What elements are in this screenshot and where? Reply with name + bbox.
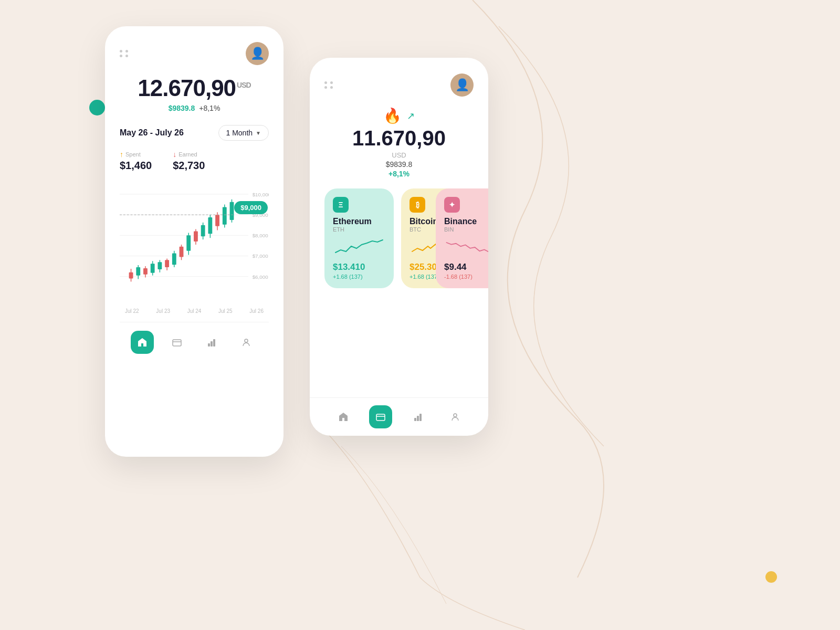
svg-rect-27 (186, 236, 191, 251)
fire-section: 🔥 ↗ 11.670,90 USD $9839.8 +8,1% (324, 107, 474, 178)
chevron-down-icon: ▼ (256, 130, 261, 136)
date-range: May 26 - July 26 (120, 128, 184, 138)
nav-wallet-button-right[interactable] (369, 405, 392, 428)
right-balance-change: +8,1% (324, 170, 474, 178)
bin-name: Binance (444, 217, 488, 226)
nav-profile-button[interactable] (235, 331, 258, 354)
right-phone: 👤 🔥 ↗ 11.670,90 USD $9839.8 +8,1% Ξ Ethe… (310, 58, 488, 436)
svg-rect-42 (208, 343, 210, 346)
nav-wallet-button[interactable] (165, 331, 188, 354)
svg-text:$10,000: $10,000 (253, 192, 269, 197)
candlestick-chart: $9,000 $10,000 $9,000 $8,000 $7,000 $6,0… (120, 180, 269, 317)
svg-rect-44 (213, 339, 215, 346)
right-balance-currency: USD (324, 151, 474, 159)
bin-mini-chart (444, 237, 488, 258)
spent-stat: ↑ Spent $1,460 (120, 150, 152, 172)
svg-point-50 (454, 414, 457, 417)
svg-rect-13 (136, 267, 140, 276)
eth-price: $13.410 (333, 262, 385, 272)
chart-controls: May 26 - July 26 1 Month ▼ (120, 125, 269, 141)
balance-sub: $9839.8 +8,1% (120, 104, 269, 112)
earned-stat: ↓ Earned $2,730 (173, 150, 205, 172)
svg-rect-11 (129, 272, 133, 279)
left-phone-header: 👤 (120, 42, 269, 65)
svg-rect-48 (417, 416, 419, 421)
phones-container: 👤 12.670,90USD $9839.8 +8,1% May 26 - Ju… (105, 26, 488, 457)
svg-rect-35 (215, 215, 219, 227)
chart-x-labels: Jul 22 Jul 23 Jul 24 Jul 25 Jul 26 (120, 308, 269, 314)
left-phone: 👤 12.670,90USD $9839.8 +8,1% May 26 - Ju… (105, 26, 284, 457)
bin-ticker: BIN (444, 226, 488, 233)
balance-amount: 12.670,90USD (120, 76, 269, 101)
svg-rect-39 (230, 202, 234, 220)
eth-ticker: ETH (333, 226, 385, 233)
trending-up-icon: ↗ (407, 110, 415, 122)
svg-rect-33 (208, 217, 212, 234)
chart-tooltip: $9,000 (234, 201, 268, 214)
stats-row: ↑ Spent $1,460 ↓ Earned $2,730 (120, 150, 269, 172)
menu-dots-icon[interactable] (120, 50, 129, 57)
crypto-card-eth[interactable]: Ξ Ethereum ETH $13.410 +1.68 (137) (324, 188, 394, 288)
avatar-right[interactable]: 👤 (450, 74, 474, 97)
left-phone-nav (120, 322, 269, 358)
svg-text:$7,000: $7,000 (253, 254, 268, 259)
avatar[interactable]: 👤 (246, 42, 269, 65)
svg-rect-43 (211, 341, 213, 346)
svg-rect-46 (376, 414, 385, 421)
svg-rect-15 (143, 268, 148, 275)
eth-icon: Ξ (333, 197, 349, 213)
nav-home-button[interactable] (131, 331, 154, 354)
svg-rect-25 (180, 247, 184, 257)
period-selector[interactable]: 1 Month ▼ (218, 125, 269, 141)
nav-chart-button[interactable] (200, 331, 223, 354)
svg-rect-17 (151, 264, 155, 274)
eth-change: +1.68 (137) (333, 274, 385, 280)
bin-change: -1.68 (137) (444, 274, 488, 280)
btc-icon: ₿ (410, 197, 425, 213)
balance-section: 12.670,90USD $9839.8 +8,1% (120, 76, 269, 112)
right-balance-prev: $9839.8 (324, 160, 474, 169)
arrow-up-icon: ↑ (120, 150, 123, 159)
svg-rect-47 (414, 418, 416, 421)
svg-rect-23 (172, 254, 176, 265)
crypto-cards: Ξ Ethereum ETH $13.410 +1.68 (137) ₿ Bit… (324, 188, 474, 288)
eth-mini-chart (333, 237, 385, 258)
eth-name: Ethereum (333, 217, 385, 226)
svg-rect-29 (194, 232, 198, 242)
svg-rect-49 (419, 414, 422, 421)
crypto-card-bin[interactable]: ✦ Binance BIN $9.44 -1.68 (137) (436, 188, 488, 288)
decoration-dot-teal (89, 100, 105, 116)
nav-chart-button-right[interactable] (406, 405, 429, 428)
menu-dots-icon-right[interactable] (324, 81, 334, 89)
bin-icon: ✦ (444, 197, 460, 213)
svg-rect-31 (201, 225, 205, 237)
svg-rect-37 (223, 207, 227, 225)
svg-rect-41 (173, 340, 181, 346)
nav-profile-button-right[interactable] (444, 405, 467, 428)
fire-icon: 🔥 (383, 107, 402, 124)
svg-rect-21 (165, 260, 169, 268)
svg-text:$8,000: $8,000 (253, 233, 268, 239)
arrow-down-icon: ↓ (173, 150, 176, 159)
decoration-dot-yellow (765, 571, 777, 583)
svg-point-45 (245, 339, 248, 342)
right-balance-amount: 11.670,90 (324, 127, 474, 150)
svg-text:$6,000: $6,000 (253, 274, 268, 280)
right-phone-header: 👤 (324, 74, 474, 97)
nav-home-button-right[interactable] (332, 405, 355, 428)
svg-rect-19 (158, 262, 162, 270)
right-phone-nav (310, 397, 488, 436)
bin-price: $9.44 (444, 262, 488, 272)
